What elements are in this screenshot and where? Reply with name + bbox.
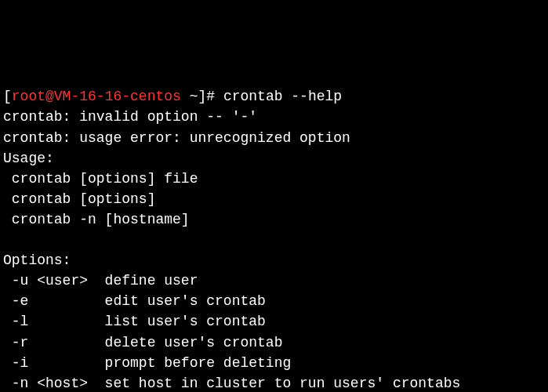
- prompt-userhost: root@VM-16-16-centos: [12, 89, 181, 104]
- usage-line-1: crontab [options] file: [3, 171, 198, 187]
- option-r: -r delete user's crontab: [3, 335, 282, 350]
- option-u: -u <user> define user: [3, 273, 198, 289]
- usage-header: Usage:: [3, 151, 54, 166]
- option-e: -e edit user's crontab: [3, 293, 266, 309]
- prompt-close: ]#: [198, 89, 223, 104]
- prompt-path: ~: [181, 89, 198, 104]
- command-input[interactable]: crontab --help: [223, 89, 342, 104]
- option-i: -i prompt before deleting: [3, 355, 291, 371]
- error-line-2: crontab: usage error: unrecognized optio…: [3, 130, 350, 146]
- usage-line-2: crontab [options]: [3, 191, 155, 207]
- usage-line-3: crontab -n [hostname]: [3, 212, 190, 227]
- option-n: -n <host> set host in cluster to run use…: [3, 376, 460, 391]
- error-line-1: crontab: invalid option -- '-': [3, 109, 257, 125]
- options-header: Options:: [3, 252, 71, 268]
- prompt-open: [: [3, 89, 12, 104]
- option-l: -l list user's crontab: [3, 314, 266, 329]
- terminal-output: [root@VM-16-16-centos ~]# crontab --help…: [3, 86, 548, 392]
